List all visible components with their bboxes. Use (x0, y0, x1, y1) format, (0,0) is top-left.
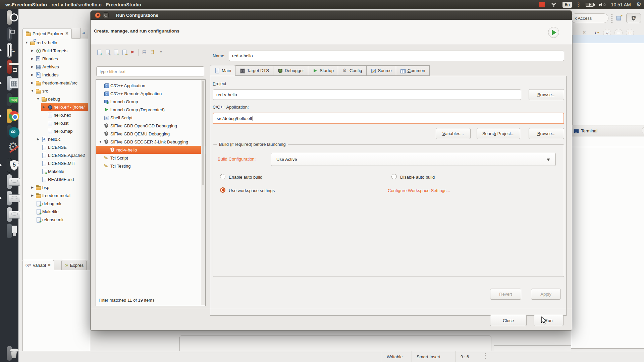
tab-variables[interactable]: (x)= Variabl ✕ (22, 260, 54, 270)
dock-item-hard-disk-2[interactable] (0, 190, 18, 206)
expander-arrow-icon[interactable]: ▶ (31, 81, 34, 84)
clock[interactable]: 10:51 AM (611, 2, 631, 7)
apply-button[interactable]: Apply (531, 289, 561, 300)
volume-icon[interactable] (599, 2, 606, 7)
tree-row[interactable]: ▶ freedom-metal/src (23, 79, 88, 87)
project-field[interactable]: red-v-hello (213, 89, 521, 100)
expander-arrow-icon[interactable]: ▼ (36, 97, 40, 101)
expander-arrow-icon[interactable]: ▶ (31, 73, 34, 76)
config-tab[interactable]: Target DTS (235, 65, 273, 76)
filter-launch-icon[interactable] (150, 49, 155, 55)
toolbar-menu-arrow-icon[interactable] (158, 49, 164, 55)
tree-row[interactable]: hello.map (23, 127, 88, 135)
new-prototype-icon[interactable] (113, 49, 118, 55)
config-tab[interactable]: Source (367, 65, 396, 76)
use-workspace-settings-radio[interactable] (220, 187, 225, 193)
tree-row[interactable]: ▼ red-v-hello (23, 39, 88, 47)
dock-item-chrome[interactable] (0, 108, 18, 124)
config-tree-scrollbar[interactable] (201, 80, 205, 305)
tree-row[interactable]: ▶ Binaries (23, 55, 88, 63)
dialog-close-button[interactable]: ✕ (95, 12, 101, 18)
dock-item-build-settings[interactable] (0, 140, 18, 157)
expander-arrow-icon[interactable]: ▼ (25, 41, 29, 44)
search-project-button[interactable]: Search Project... (477, 128, 520, 139)
battery-icon[interactable] (586, 3, 594, 7)
config-tree-row[interactable]: ▼ SiFive GDB SEGGER J-Link Debugging (96, 138, 205, 146)
revert-button[interactable]: Revert (490, 289, 521, 300)
dock-item-calculator[interactable] (0, 75, 18, 91)
config-tab[interactable]: Common (396, 65, 430, 76)
tree-row[interactable]: ▶ hello.c (23, 135, 88, 143)
tab-sliver[interactable] (80, 28, 88, 39)
config-tree-row[interactable]: C/C++ Application (96, 81, 205, 89)
dock-item-arduino[interactable] (0, 124, 18, 140)
browse-project-button[interactable]: Browse... (529, 89, 564, 100)
dock-item-hard-disk-1[interactable] (0, 173, 18, 190)
dock-item-ubuntu-dash[interactable] (0, 9, 18, 25)
tree-row[interactable]: hello.hex (23, 111, 88, 119)
keyboard-layout-indicator[interactable]: En (562, 2, 572, 8)
tree-row[interactable]: ▶ bsp (23, 183, 88, 191)
variables-button[interactable]: Variables... (436, 128, 471, 139)
tab-expressions[interactable]: ∞ Expres (61, 260, 87, 270)
export-config-icon[interactable] (121, 49, 127, 55)
name-input[interactable] (229, 51, 564, 61)
dialog-titlebar[interactable]: ✕ Run Configurations (91, 11, 572, 20)
delete-config-icon[interactable] (130, 49, 135, 55)
config-tree-row[interactable]: C/C++ Remote Application (96, 89, 205, 98)
config-tree-row[interactable]: Launch Group (96, 98, 205, 106)
configure-workspace-settings-link[interactable]: Configure Workspace Settings... (388, 188, 450, 193)
dock-item-notepadqq[interactable] (0, 91, 18, 108)
config-tree-row[interactable]: Tcl Testing (96, 162, 205, 170)
dock-item-usb-drive[interactable] (0, 223, 18, 239)
tree-row[interactable]: ▶ Includes (23, 71, 88, 79)
new-config-icon[interactable] (96, 49, 102, 55)
tree-row[interactable]: LICENSE.MIT (23, 159, 88, 167)
dock-item-freedomstudio[interactable] (0, 157, 18, 173)
config-tree-row[interactable]: Launch Group (Deprecated) (96, 106, 205, 114)
expander-arrow-icon[interactable]: ▶ (31, 49, 34, 52)
dock-item-trash[interactable] (0, 345, 18, 361)
expander-arrow-icon[interactable]: ▼ (31, 89, 34, 93)
tree-row[interactable]: ▶ freedom-metal (23, 191, 88, 199)
bluetooth-icon[interactable]: ᛒ (577, 2, 580, 7)
tree-row[interactable]: ▼ src (23, 87, 88, 95)
application-field[interactable]: src/debug/hello.elf (213, 113, 564, 124)
expander-arrow-icon[interactable]: ▶ (31, 57, 34, 60)
tree-row[interactable]: hello.lst (23, 119, 88, 127)
tree-row[interactable]: README.md (23, 175, 88, 183)
tree-row[interactable]: release.mk (23, 216, 88, 224)
filter-input[interactable] (96, 66, 204, 76)
duplicate-config-icon[interactable] (105, 49, 110, 55)
config-tree-row[interactable]: Shell Script (96, 114, 205, 122)
expander-arrow-icon[interactable]: ▶ (31, 65, 34, 68)
dock-item-terminal[interactable] (0, 42, 18, 58)
config-tab[interactable]: Startup (308, 65, 338, 76)
tree-row[interactable]: ▶ hello.elf - [none/ (23, 103, 88, 111)
recording-indicator-icon[interactable] (539, 2, 545, 7)
tree-row[interactable]: Makefile (23, 207, 88, 216)
expander-arrow-icon[interactable]: ▶ (31, 186, 34, 189)
dock-item-archive-manager[interactable] (0, 58, 18, 75)
tree-row[interactable]: LICENSE.Apache2 (23, 151, 88, 159)
tree-row[interactable]: ▶ Archives (23, 63, 88, 71)
dock-item-hard-disk-3[interactable] (0, 206, 18, 223)
statusbar-drag-handle[interactable] (485, 353, 486, 360)
build-configuration-select[interactable]: Use Active (271, 153, 556, 166)
tab-project-explorer[interactable]: Project Explorer ✕ (22, 28, 72, 39)
run-button[interactable]: Run (534, 315, 564, 326)
expander-arrow-icon[interactable]: ▶ (42, 105, 46, 109)
close-icon[interactable]: ✕ (65, 31, 68, 36)
tree-row[interactable]: ▼ debug (23, 95, 88, 103)
config-tree-row[interactable]: SiFive GDB OpenOCD Debugging (96, 122, 205, 130)
config-tree-row[interactable]: Tcl Script (96, 154, 205, 162)
browse-application-button[interactable]: Browse... (529, 128, 564, 139)
disable-auto-build-radio[interactable] (391, 174, 397, 179)
quick-access-box[interactable]: k Access (571, 13, 608, 23)
tree-row[interactable]: ▶ Build Targets (23, 47, 88, 55)
dialog-menu-button[interactable] (103, 12, 109, 18)
terminal-title[interactable]: Terminal (581, 128, 639, 133)
minimize-button[interactable]: ─ (642, 127, 644, 135)
tree-row[interactable]: Makefile (23, 167, 88, 175)
config-tab[interactable]: Main (210, 65, 235, 76)
